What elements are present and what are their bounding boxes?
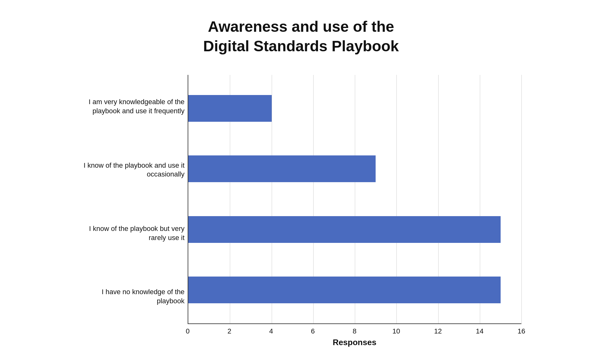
chart-container: Awareness and use of the Digital Standar… [81,17,521,347]
y-label-1: I know of the playbook and use it occasi… [81,161,185,179]
x-tick-10: 10 [392,327,400,335]
x-tick-4: 4 [269,327,273,335]
y-axis-labels: I am very knowledgeable of the playbook … [81,75,188,347]
bar-3 [188,277,501,303]
plot-area: 0246810121416 Responses [188,75,521,347]
x-tick-2: 2 [227,327,231,335]
x-tick-14: 14 [476,327,483,335]
x-tick-12: 12 [434,327,442,335]
bar-row-0 [188,91,521,126]
bar-1 [188,155,376,182]
chart-title-line2: Digital Standards Playbook [203,38,399,54]
y-label-3: I have no knowledge of the playbook [81,288,185,305]
bars-section [188,75,521,324]
x-axis-labels: 0246810121416 [188,324,521,335]
x-tick-0: 0 [186,327,190,335]
bar-0 [188,95,272,122]
grid-line-16 [521,75,522,323]
x-tick-6: 6 [311,327,315,335]
chart-title-line1: Awareness and use of the [208,18,394,35]
x-tick-8: 8 [353,327,356,335]
bar-2 [188,216,501,243]
y-label-2: I know of the playbook but very rarely u… [81,224,185,242]
x-tick-16: 16 [518,327,525,335]
bar-row-1 [188,152,521,186]
x-axis-title: Responses [188,338,521,347]
chart-title: Awareness and use of the Digital Standar… [203,17,399,56]
bar-row-3 [188,272,521,307]
y-label-0: I am very knowledgeable of the playbook … [81,98,185,115]
bars-wrapper [188,75,521,323]
chart-area: I am very knowledgeable of the playbook … [81,75,521,347]
bar-row-2 [188,212,521,247]
